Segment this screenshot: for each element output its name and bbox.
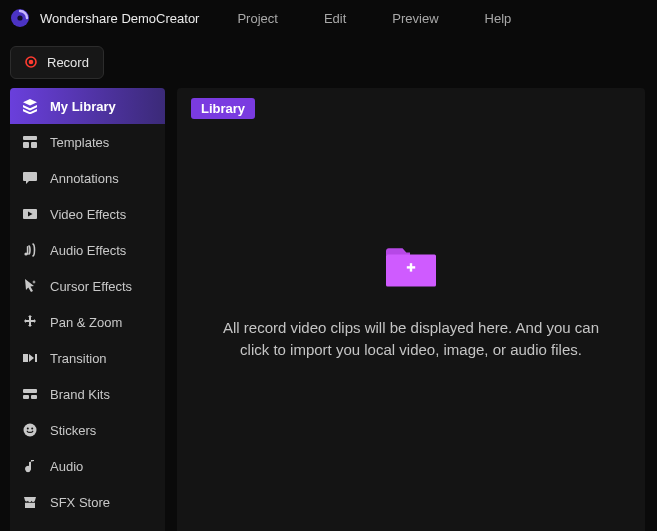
library-empty-state[interactable]: All record video clips will be displayed… <box>191 126 631 521</box>
svg-rect-22 <box>410 263 412 271</box>
sidebar-item-label: Audio Effects <box>50 243 126 258</box>
svg-point-19 <box>26 468 30 472</box>
svg-point-17 <box>27 427 29 429</box>
sidebar-item-audio-effects[interactable]: Audio Effects <box>10 232 165 268</box>
sidebar-item-label: Audio <box>50 459 83 474</box>
templates-icon <box>22 134 38 150</box>
svg-point-1 <box>17 15 22 20</box>
sidebar-item-label: Cursor Effects <box>50 279 132 294</box>
video-effects-icon <box>22 206 38 222</box>
svg-point-16 <box>24 424 37 437</box>
sidebar-item-label: My Library <box>50 99 116 114</box>
svg-rect-15 <box>31 395 37 399</box>
app-logo-icon <box>10 8 30 28</box>
sidebar-item-annotations[interactable]: Annotations <box>10 160 165 196</box>
sidebar-item-cursor-effects[interactable]: Cursor Effects <box>10 268 165 304</box>
svg-point-18 <box>31 427 33 429</box>
sidebar-item-stickers[interactable]: Stickers <box>10 412 165 448</box>
sidebar-item-templates[interactable]: Templates <box>10 124 165 160</box>
content-panel: Library All record video clips will be d… <box>177 88 645 531</box>
svg-rect-13 <box>23 389 37 393</box>
sidebar-item-label: Transition <box>50 351 107 366</box>
content-tabs: Library <box>191 98 631 126</box>
sfx-store-icon <box>22 494 38 510</box>
brand-kits-icon <box>22 386 38 402</box>
sidebar-item-my-library[interactable]: My Library <box>10 88 165 124</box>
menu-project[interactable]: Project <box>233 9 281 28</box>
svg-rect-10 <box>23 354 28 362</box>
sidebar-item-brand-kits[interactable]: Brand Kits <box>10 376 165 412</box>
sidebar-item-label: Pan & Zoom <box>50 315 122 330</box>
pan-zoom-icon <box>22 314 38 330</box>
audio-icon <box>22 458 38 474</box>
sidebar-item-transition[interactable]: Transition <box>10 340 165 376</box>
import-folder-icon <box>384 245 438 289</box>
record-button[interactable]: Record <box>10 46 104 79</box>
sidebar-item-label: Templates <box>50 135 109 150</box>
sidebar-item-label: Stickers <box>50 423 96 438</box>
svg-point-3 <box>29 60 34 65</box>
sidebar-item-pan-zoom[interactable]: Pan & Zoom <box>10 304 165 340</box>
transition-icon <box>22 350 38 366</box>
toolbar: Record <box>0 36 657 88</box>
menu-help[interactable]: Help <box>481 9 516 28</box>
sidebar-item-label: Video Effects <box>50 207 126 222</box>
svg-rect-14 <box>23 395 29 399</box>
stickers-icon <box>22 422 38 438</box>
annotations-icon <box>22 170 38 186</box>
tab-library[interactable]: Library <box>191 98 255 119</box>
sidebar-item-audio[interactable]: Audio <box>10 448 165 484</box>
svg-rect-5 <box>23 142 29 148</box>
sidebar-item-label: SFX Store <box>50 495 110 510</box>
workspace: My Library Templates Annotations Video E… <box>0 88 657 531</box>
record-button-label: Record <box>47 55 89 70</box>
library-empty-message: All record video clips will be displayed… <box>221 317 601 361</box>
menubar: Wondershare DemoCreator Project Edit Pre… <box>0 0 657 36</box>
audio-effects-icon <box>22 242 38 258</box>
svg-marker-11 <box>29 354 34 362</box>
record-icon <box>25 56 37 68</box>
svg-rect-6 <box>31 142 37 148</box>
sidebar: My Library Templates Annotations Video E… <box>10 88 165 531</box>
layers-icon <box>22 98 38 114</box>
sidebar-item-label: Brand Kits <box>50 387 110 402</box>
svg-rect-12 <box>35 354 37 362</box>
menu-edit[interactable]: Edit <box>320 9 350 28</box>
svg-rect-4 <box>23 136 37 140</box>
cursor-effects-icon <box>22 278 38 294</box>
sidebar-item-sfx-store[interactable]: SFX Store <box>10 484 165 520</box>
app-title: Wondershare DemoCreator <box>40 11 199 26</box>
menu-preview[interactable]: Preview <box>388 9 442 28</box>
sidebar-item-label: Annotations <box>50 171 119 186</box>
sidebar-item-video-effects[interactable]: Video Effects <box>10 196 165 232</box>
